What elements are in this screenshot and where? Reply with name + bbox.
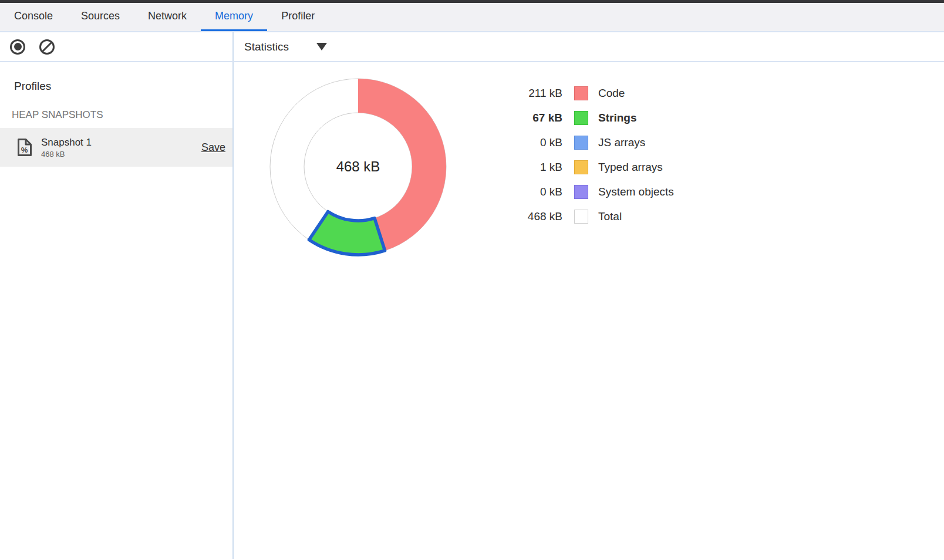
- legend-row-code[interactable]: 211 kB Code: [492, 81, 674, 106]
- legend-label: Strings: [598, 112, 636, 124]
- system-objects-swatch-icon: [574, 185, 588, 199]
- svg-text:%: %: [21, 146, 28, 154]
- tab-console[interactable]: Console: [0, 3, 67, 31]
- perspective-select[interactable]: Statistics: [244, 41, 327, 53]
- legend-row-typed-arrays[interactable]: 1 kB Typed arrays: [492, 155, 674, 180]
- legend-label: System objects: [598, 185, 674, 198]
- tab-sources[interactable]: Sources: [67, 3, 134, 31]
- chevron-down-icon: [316, 43, 327, 50]
- legend-label: Code: [598, 87, 625, 100]
- legend-value: 211 kB: [492, 87, 562, 100]
- legend-label: JS arrays: [598, 136, 645, 149]
- record-icon: [10, 39, 25, 55]
- legend-label: Total: [598, 210, 622, 223]
- donut-slice-strings[interactable]: [309, 211, 385, 255]
- save-snapshot-link[interactable]: Save: [201, 141, 225, 154]
- code-swatch-icon: [574, 86, 588, 100]
- strings-swatch-icon: [574, 111, 588, 125]
- js-arrays-swatch-icon: [574, 136, 588, 150]
- profiles-sidebar: Profiles HEAP SNAPSHOTS % Snapshot 1 468…: [0, 62, 234, 559]
- legend-row-system-objects[interactable]: 0 kB System objects: [492, 180, 674, 204]
- chart-legend: 211 kB Code 67 kB Strings 0 kB JS arrays…: [492, 81, 674, 229]
- memory-panel-toolbar: Statistics: [0, 32, 944, 62]
- heap-snapshot-icon: %: [16, 138, 33, 157]
- snapshot-title: Snapshot 1: [41, 137, 201, 149]
- perspective-select-label: Statistics: [244, 41, 289, 53]
- statistics-toolbar: Statistics: [234, 32, 944, 61]
- clear-icon: [39, 39, 55, 55]
- clear-profiles-button[interactable]: [39, 39, 55, 55]
- devtools-tabbar: Console Sources Network Memory Profiler: [0, 3, 944, 32]
- legend-label: Typed arrays: [598, 161, 663, 174]
- snapshot-size: 468 kB: [41, 150, 201, 158]
- legend-row-total[interactable]: 468 kB Total: [492, 204, 674, 229]
- snapshot-list-item[interactable]: % Snapshot 1 468 kB Save: [0, 128, 232, 167]
- legend-value: 0 kB: [492, 136, 562, 149]
- legend-value: 1 kB: [492, 161, 562, 174]
- legend-row-js-arrays[interactable]: 0 kB JS arrays: [492, 130, 674, 155]
- tab-profiler[interactable]: Profiler: [267, 3, 329, 31]
- statistics-view: 468 kB 211 kB Code 67 kB Strings 0 kB JS…: [234, 62, 944, 559]
- profiles-heading: Profiles: [14, 80, 232, 93]
- tab-memory[interactable]: Memory: [201, 3, 267, 31]
- profiles-toolbar: [0, 32, 234, 61]
- heap-snapshots-section-heading: HEAP SNAPSHOTS: [12, 109, 232, 121]
- heap-statistics-donut-chart[interactable]: 468 kB: [264, 73, 452, 261]
- legend-value: 468 kB: [492, 210, 562, 223]
- legend-value: 67 kB: [492, 112, 562, 124]
- record-heap-snapshot-button[interactable]: [9, 39, 26, 55]
- typed-arrays-swatch-icon: [574, 160, 588, 174]
- legend-row-strings[interactable]: 67 kB Strings: [492, 106, 674, 130]
- total-swatch-icon: [574, 210, 588, 224]
- legend-value: 0 kB: [492, 185, 562, 198]
- tab-network[interactable]: Network: [134, 3, 201, 31]
